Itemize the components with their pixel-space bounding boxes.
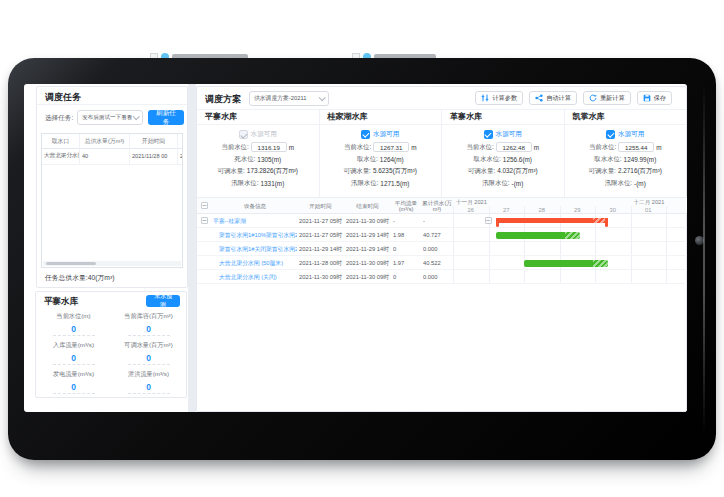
schedule-row[interactable]: 大营北渠分水闸 (50厘米)2021-11-28 00时2021-11-30 0… xyxy=(197,256,687,270)
toolbar-button[interactable]: 计算参数 xyxy=(475,91,523,105)
table-cell: 2021/11/28 00 xyxy=(130,148,178,164)
column-header: 开始时间 xyxy=(297,198,344,214)
scrollbar-thumb[interactable] xyxy=(46,262,96,265)
row-label: 可调水量: xyxy=(468,167,495,176)
row-value: 1264(m) xyxy=(380,156,404,163)
row-value: 2.2716(百万m³) xyxy=(618,167,662,176)
field-label: 泄洪流量(m³/s) xyxy=(111,370,186,379)
gantt-day-label: 01 xyxy=(631,206,667,214)
reservoir-card-title: 凯掌水库 xyxy=(565,109,687,125)
sliders-icon xyxy=(481,94,489,103)
schedule-row[interactable]: 渠首引水闸1#关闭渠首引水闸2#关闭2021-11-29 14时2021-11-… xyxy=(197,242,687,256)
reservoir-card-row: 汛限水位:1271.5(m) xyxy=(320,177,442,189)
divider xyxy=(37,104,187,105)
reservoir-card-title: 革寨水库 xyxy=(442,109,564,125)
avg-flow: 0 xyxy=(393,270,421,284)
water-source-label: 水源可用 xyxy=(618,130,644,139)
end-time: 2021-11-30 09时 xyxy=(346,270,391,284)
field-value: 0 xyxy=(53,353,95,365)
cumulative-supply: 0.000 xyxy=(423,242,453,256)
reservoir-card-row: 可调水量:173.2826(百万m³) xyxy=(197,165,319,177)
cumulative-supply: 0.000 xyxy=(423,270,453,284)
save-button[interactable]: 保存 xyxy=(637,91,672,105)
bar-progress-stripes xyxy=(593,218,608,223)
plan-select[interactable]: 供水调度方案-20211 xyxy=(249,91,329,106)
reservoir-card-row: 汛限水位:1331(m) xyxy=(197,177,319,189)
row-label: 取水水位: xyxy=(594,155,621,164)
collapse-all-icon[interactable]: − xyxy=(201,202,208,209)
water-level-input[interactable]: 1255.44 xyxy=(618,142,654,152)
reservoir-panel-header: 平寨水库 来水预测 xyxy=(36,292,186,310)
inflow-forecast-button[interactable]: 来水预测 xyxy=(146,295,180,307)
toolbar-button[interactable]: 重新计算 xyxy=(583,91,631,105)
task-select-value: 发布后测试一下看看 xyxy=(82,114,132,122)
gantt-collapse-icon[interactable]: − xyxy=(485,217,492,224)
refresh-task-button[interactable]: 刷新任务 xyxy=(148,110,184,125)
water-source-checkbox[interactable] xyxy=(606,130,615,139)
column-header: 取水口 xyxy=(42,134,80,148)
reservoir-card-row: 可调水量:4.032(百万m³) xyxy=(442,165,564,177)
row-value: 1331(m) xyxy=(261,180,285,187)
field-value: 0 xyxy=(53,382,95,394)
start-time: 2021-11-29 14时 xyxy=(299,242,344,256)
water-level-input[interactable]: 1262.48 xyxy=(496,142,532,152)
water-source-checkbox[interactable] xyxy=(361,130,370,139)
reservoir-card-row: 汛限水位:-(m) xyxy=(442,177,564,189)
reservoir-card-row: 可调水量:5.6235(百万m³) xyxy=(320,165,442,177)
water-source-checkbox[interactable] xyxy=(484,130,493,139)
gantt-month-label: 十二月 2021 xyxy=(634,199,665,206)
reservoir-field: 当前库容(百万m³)0 xyxy=(111,309,186,338)
plan-toolbar: 计算参数自动计算重新计算保存 xyxy=(475,91,672,105)
row-label: 死水位: xyxy=(234,155,255,164)
column-header: 开始时间 xyxy=(130,134,178,148)
field-label: 可调水量(百万m³) xyxy=(111,341,186,350)
avg-flow: - xyxy=(393,214,421,228)
toolbar-button[interactable]: 自动计算 xyxy=(529,91,577,105)
gantt-month-label: 十一月 2021 xyxy=(456,199,487,206)
gantt-bar[interactable] xyxy=(524,260,608,267)
schedule-gantt: −设备信息开始时间结束时间平均流量(m³/s)累计供水(万m³)十一月 2021… xyxy=(197,197,687,284)
schedule-row[interactable]: 渠首引水闸1#10%渠首引水闸2#关闭2021-11-27 05时2021-11… xyxy=(197,228,687,242)
start-time: 2021-11-28 00时 xyxy=(299,256,344,270)
plan-header: 调度方案 供水调度方案-20211 计算参数自动计算重新计算保存 xyxy=(197,87,686,110)
water-level-input[interactable]: 1316.19 xyxy=(251,142,287,152)
field-label: 当前库容(百万m³) xyxy=(111,312,186,321)
table-cell: 大营北渠分水闸 xyxy=(42,148,80,164)
gantt-day-label: 27 xyxy=(489,206,525,214)
schedule-row[interactable]: −平寨--桂家湖2021-11-27 05时2021-11-30 09时-- xyxy=(197,214,687,228)
button-label: 自动计算 xyxy=(546,94,571,103)
row-label: 可调水量: xyxy=(589,167,616,176)
button-label: 保存 xyxy=(654,94,666,103)
table-row[interactable]: 大营北渠分水闸402021/11/28 002 xyxy=(42,148,183,165)
device-name: 平寨--桂家湖 xyxy=(213,214,297,228)
gantt-day-label: 29 xyxy=(560,206,596,214)
row-label: 当前水位: xyxy=(589,143,616,152)
reservoir-field: 当前水位(m)0 xyxy=(36,309,111,338)
cumulative-supply: 40.522 xyxy=(423,256,453,270)
gantt-bar[interactable] xyxy=(496,232,580,239)
start-time: 2021-11-27 05时 xyxy=(299,214,344,228)
row-label: 取水位: xyxy=(357,155,378,164)
schedule-row[interactable]: 大营北渠分水闸 (关闭)2021-11-30 09时2021-11-30 09时… xyxy=(197,270,687,284)
reservoir-cards: 平寨水库水源可用当前水位:1316.19m死水位:1305(m)可调水量:173… xyxy=(197,109,686,197)
share-icon xyxy=(535,94,543,103)
field-value: 0 xyxy=(128,382,170,394)
water-source-label: 水源可用 xyxy=(251,130,277,139)
task-select[interactable]: 发布后测试一下看看 xyxy=(77,110,143,125)
reservoir-field: 入库流量(m³/s)0 xyxy=(36,338,111,367)
row-label: 可调水量: xyxy=(218,167,245,176)
collapse-row-icon[interactable]: − xyxy=(201,217,208,224)
horizontal-scrollbar[interactable] xyxy=(43,261,181,266)
field-label: 发电流量(m³/s) xyxy=(36,370,111,379)
reservoir-card: 凯掌水库水源可用当前水位:1255.44m取水水位:1249.99(m)可调水量… xyxy=(565,109,687,197)
cumulative-supply: - xyxy=(423,214,453,228)
chevron-down-icon xyxy=(133,113,140,120)
water-source-checkbox[interactable] xyxy=(239,130,248,139)
water-level-input[interactable]: 1267.31 xyxy=(373,142,409,152)
table-cell: 40 xyxy=(80,148,130,164)
button-label: 重新计算 xyxy=(600,94,625,103)
camera-icon xyxy=(695,236,704,245)
row-value: 1256.6(m) xyxy=(503,156,532,163)
gantt-bar-summary[interactable] xyxy=(496,218,608,223)
row-label: 当前水位: xyxy=(344,143,371,152)
